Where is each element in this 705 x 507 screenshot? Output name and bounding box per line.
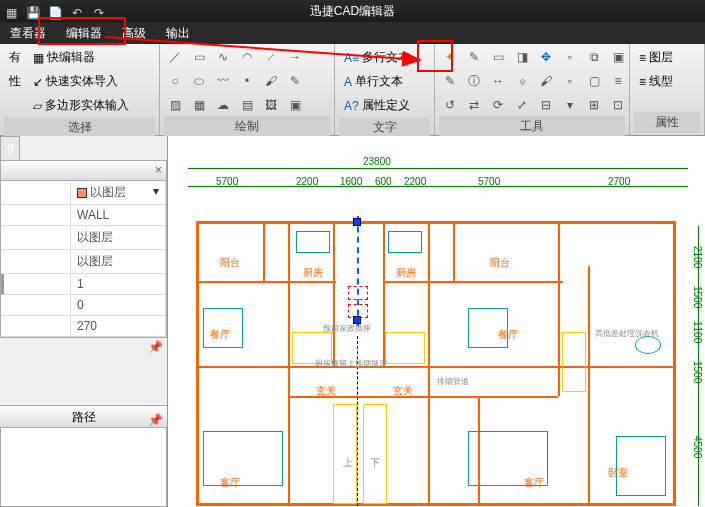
wall bbox=[428, 221, 430, 366]
cloud-icon[interactable]: ☁ bbox=[212, 94, 234, 116]
btn-has[interactable]: 有 bbox=[4, 46, 26, 69]
grip-top[interactable] bbox=[353, 218, 361, 226]
save-icon[interactable]: 💾 bbox=[24, 2, 42, 20]
btn-quick-import[interactable]: ↙快速实体导入 bbox=[28, 70, 134, 93]
pdf-icon[interactable]: 📄 bbox=[46, 2, 64, 20]
xline-icon[interactable]: ⟋ bbox=[260, 46, 282, 68]
mtext-icon: A≡ bbox=[344, 51, 359, 65]
wall bbox=[428, 366, 430, 506]
wall bbox=[196, 366, 676, 368]
laymore-icon[interactable]: ⊞ bbox=[583, 94, 605, 116]
note-3: 厨房预留上排烟墙洞 bbox=[315, 358, 387, 369]
format-icon[interactable]: ⟐ bbox=[511, 70, 533, 92]
dim-d1: 5700 bbox=[216, 176, 238, 187]
btn-linetype[interactable]: ≡线型 bbox=[634, 70, 678, 93]
dim-total: 23800 bbox=[363, 156, 391, 167]
paint-icon[interactable]: 🖌 bbox=[535, 70, 557, 92]
panel-close-icon[interactable]: × bbox=[155, 163, 162, 177]
more1-icon[interactable]: ▫ bbox=[559, 46, 581, 68]
rect-icon[interactable]: ▭ bbox=[188, 46, 210, 68]
pline-icon[interactable]: ∿ bbox=[212, 46, 234, 68]
menu-editor[interactable]: 编辑器 bbox=[56, 22, 112, 44]
label-kitchen-2: 厨房 bbox=[396, 266, 416, 280]
label-living-1: 客厅 bbox=[220, 476, 240, 490]
more3-icon[interactable]: ▾ bbox=[559, 94, 581, 116]
layer-icon[interactable]: ≡ bbox=[607, 70, 629, 92]
measure-icon[interactable]: ↔ bbox=[487, 70, 509, 92]
copy-icon[interactable]: ⧉ bbox=[583, 46, 605, 68]
layers-icon: ≡ bbox=[639, 51, 646, 65]
move-icon[interactable]: ✥ bbox=[535, 46, 557, 68]
pen-icon[interactable]: ✎ bbox=[284, 70, 306, 92]
circle-icon[interactable]: ○ bbox=[164, 70, 186, 92]
dim-d7: 2700 bbox=[608, 176, 630, 187]
sink-2 bbox=[388, 231, 422, 253]
undo-icon[interactable]: ↶ bbox=[68, 2, 86, 20]
prop-bylayer3[interactable]: 以图层 bbox=[71, 250, 166, 274]
edit-icon[interactable]: ✎ bbox=[463, 46, 485, 68]
info-icon[interactable]: ⓘ bbox=[463, 70, 485, 92]
table-icon[interactable]: ▤ bbox=[236, 94, 258, 116]
rotate-icon[interactable]: ⟳ bbox=[487, 94, 509, 116]
btn-prop[interactable]: 性 bbox=[4, 70, 26, 93]
mirror-icon[interactable]: ⇄ bbox=[463, 94, 485, 116]
image-icon[interactable]: 🖼 bbox=[260, 94, 282, 116]
wall bbox=[288, 221, 290, 366]
note-2: 排烟管道 bbox=[437, 376, 469, 387]
block-icon[interactable]: ▣ bbox=[284, 94, 306, 116]
path-panel-header[interactable]: 路径 📌 bbox=[0, 405, 167, 427]
dim-d4: 600 bbox=[375, 176, 392, 187]
wall bbox=[558, 221, 560, 396]
app-icon: ▦ bbox=[2, 2, 20, 20]
menu-output[interactable]: 输出 bbox=[156, 22, 200, 44]
spline-icon[interactable]: 〰 bbox=[212, 70, 234, 92]
region-icon[interactable]: ▦ bbox=[188, 94, 210, 116]
door-icon[interactable]: ◨ bbox=[511, 46, 533, 68]
edit2-icon[interactable]: ✎ bbox=[439, 70, 461, 92]
ellipse-icon[interactable]: ⬭ bbox=[188, 70, 210, 92]
group-icon[interactable]: ▣ bbox=[607, 46, 629, 68]
attdef-icon: A? bbox=[344, 99, 359, 113]
brush-icon[interactable]: 🖌 bbox=[260, 70, 282, 92]
detail-box bbox=[348, 304, 368, 318]
redo-icon[interactable]: ↷ bbox=[90, 2, 108, 20]
label-balcony-2: 阳台 bbox=[490, 256, 510, 270]
linetype-icon: ≡ bbox=[639, 75, 646, 89]
btn-poly-input[interactable]: ▱多边形实体输入 bbox=[28, 94, 134, 117]
prop-layer-value[interactable]: 以图层▾ bbox=[71, 181, 166, 205]
drawing-canvas[interactable]: 23800 5700 2200 1600 600 2200 5700 2700 … bbox=[168, 136, 705, 507]
prop-bylayer2[interactable]: 以图层 bbox=[71, 226, 166, 250]
properties-panel: g × 以图层▾ WALL 以图层 以图层 1 0 270 📌 路径 📌 bbox=[0, 136, 168, 507]
hatch-icon[interactable]: ▨ bbox=[164, 94, 186, 116]
prop-wall[interactable]: WALL bbox=[71, 205, 166, 226]
dim-d5: 2200 bbox=[404, 176, 426, 187]
dim-d2: 2200 bbox=[296, 176, 318, 187]
filter-icon[interactable]: ⊡ bbox=[607, 94, 629, 116]
line-icon[interactable]: ／ bbox=[164, 46, 186, 68]
prop-angle[interactable]: 270 bbox=[71, 316, 166, 337]
prop-cell bbox=[1, 181, 71, 205]
explode-icon[interactable]: ✦ bbox=[439, 46, 461, 68]
btn-quick-edit[interactable]: ▦快编辑器 bbox=[28, 46, 134, 69]
point-icon[interactable]: • bbox=[236, 70, 258, 92]
prop-one[interactable]: 1 bbox=[71, 274, 166, 295]
doc-tab[interactable]: g bbox=[0, 136, 20, 160]
prop-zero[interactable]: 0 bbox=[71, 295, 166, 316]
arc-icon[interactable]: ◠ bbox=[236, 46, 258, 68]
align-icon[interactable]: ⊟ bbox=[535, 94, 557, 116]
window-icon[interactable]: ▭ bbox=[487, 46, 509, 68]
scale-icon[interactable]: ⤢ bbox=[511, 94, 533, 116]
revert-icon[interactable]: ↺ bbox=[439, 94, 461, 116]
pin-icon-2[interactable]: 📌 bbox=[148, 409, 163, 431]
ungroup-icon[interactable]: ▢ bbox=[583, 70, 605, 92]
menu-advanced[interactable]: 高级 bbox=[112, 22, 156, 44]
poly-icon: ▱ bbox=[33, 99, 42, 113]
more2-icon[interactable]: ▫ bbox=[559, 70, 581, 92]
ray-icon[interactable]: → bbox=[284, 46, 306, 68]
btn-layer[interactable]: ≡图层 bbox=[634, 46, 678, 69]
btn-stext[interactable]: A单行文本 bbox=[339, 70, 415, 93]
btn-mtext[interactable]: A≡多行文本 bbox=[339, 46, 415, 69]
btn-attdef[interactable]: A?属性定义 bbox=[339, 94, 415, 117]
pin-icon[interactable]: 📌 bbox=[148, 340, 163, 354]
menu-viewer[interactable]: 查看器 bbox=[0, 22, 56, 44]
